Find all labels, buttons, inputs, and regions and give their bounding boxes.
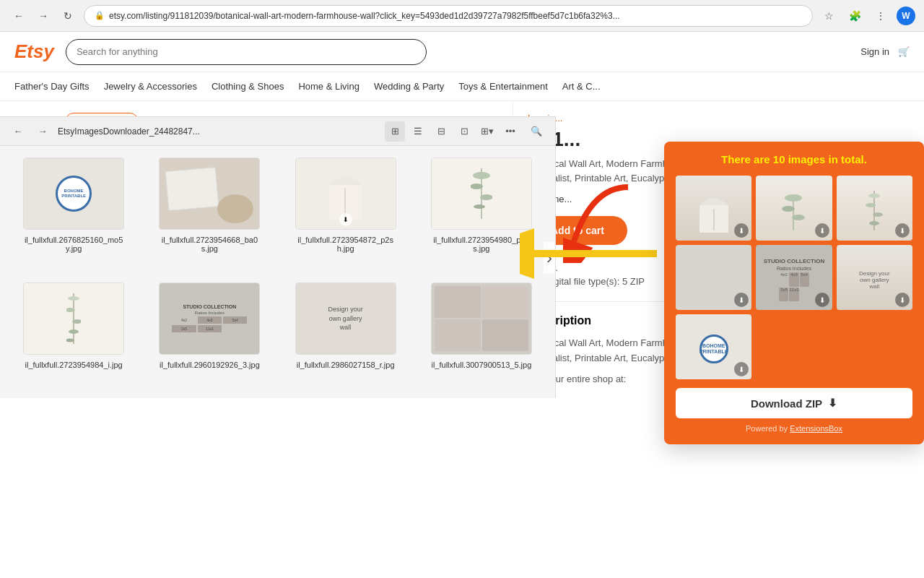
fm-columns-view-button[interactable]: ⊟ <box>431 121 451 142</box>
bookmark-button[interactable]: ☆ <box>819 6 839 26</box>
forward-button[interactable]: → <box>33 6 53 26</box>
popup-images-grid: ⬇ ⬇ <box>676 176 912 379</box>
file-name: il_fullxfull.2723954872_p2sh.jpg <box>295 236 396 253</box>
file-thumbnail <box>23 282 124 355</box>
file-item[interactable]: STUDIO COLLECTION Ratios Includes 4x2 4x… <box>147 282 271 387</box>
download-zip-icon: ⬇ <box>828 397 837 410</box>
file-item[interactable]: il_fullxfull.2723954984_i.jpg <box>12 282 136 387</box>
etsy-nav: Father's Day Gifts Jewelry & Accessories… <box>0 72 924 101</box>
file-item[interactable]: il_fullxfull.2723954980_p02s.jpg <box>419 158 544 271</box>
file-thumbnail <box>159 158 260 230</box>
profile-badge[interactable]: W <box>897 7 915 25</box>
nav-wedding[interactable]: Wedding & Party <box>374 81 444 92</box>
file-name: il_fullxfull.2723954668_ba0s.jpg <box>159 236 260 253</box>
svg-point-20 <box>782 206 795 212</box>
fm-list-view-button[interactable]: ☰ <box>408 121 428 142</box>
popup-image-7[interactable]: BOHOMEPRINTABLE ⬇ <box>676 314 751 379</box>
fm-more-button[interactable]: ••• <box>500 121 520 142</box>
nav-art[interactable]: Art & C... <box>562 81 601 92</box>
file-name: il_fullxfull.2986027158_r.jpg <box>297 361 395 369</box>
file-thumbnail: Design yourown gallerywall <box>295 282 396 355</box>
forward-arrow-button[interactable]: › <box>544 242 555 274</box>
fm-back-button[interactable]: ← <box>9 122 27 141</box>
etsy-page: Etsy Sign in 🛒 Father's Day Gifts Jewelr… <box>0 32 924 398</box>
fm-forward-button[interactable]: → <box>33 122 52 141</box>
etsy-logo[interactable]: Etsy <box>14 40 54 63</box>
download-zip-button[interactable]: Download ZIP ⬇ <box>676 388 912 418</box>
svg-point-38 <box>69 329 79 334</box>
svg-point-24 <box>866 203 876 207</box>
nav-clothing[interactable]: Clothing & Shoes <box>212 81 284 92</box>
nav-fathers-day[interactable]: Father's Day Gifts <box>14 81 90 92</box>
popup-footer: Powered by ExtensionsBox <box>676 424 912 433</box>
file-item[interactable]: ⬇ il_fullxfull.2723954872_p2sh.jpg <box>284 158 408 271</box>
refresh-button[interactable]: ↻ <box>58 6 78 26</box>
svg-point-30 <box>473 172 490 179</box>
extension-popup: There are 10 images in total. ⬇ <box>664 142 924 444</box>
etsy-header: Etsy Sign in 🛒 <box>0 32 924 72</box>
url-text: etsy.com/listing/911812039/botanical-wal… <box>109 11 620 21</box>
more-button[interactable]: ⋮ <box>871 6 891 26</box>
popup-img-download-3[interactable]: ⬇ <box>895 223 910 238</box>
extensions-box-link[interactable]: ExtensionsBox <box>790 424 842 433</box>
fm-preview-view-button[interactable]: ⊡ <box>454 121 474 142</box>
nav-jewelry[interactable]: Jewelry & Accessories <box>104 81 197 92</box>
file-manager-toolbar: ← → EtsyImagesDownloader_24482847... ⊞ ☰… <box>0 117 555 146</box>
file-thumbnail <box>431 158 532 230</box>
file-item[interactable]: Design yourown gallerywall il_fullxfull.… <box>284 282 408 387</box>
file-thumbnail: BOHOMEPRINTABLE <box>23 158 124 230</box>
nav-toys[interactable]: Toys & Entertainment <box>458 81 548 92</box>
fm-grid-view-button[interactable]: ⊞ <box>385 121 405 142</box>
fm-search-button[interactable]: 🔍 <box>526 121 546 142</box>
file-item[interactable]: il_fullxfull.3007900513_5.jpg <box>419 282 544 387</box>
sign-in-link[interactable]: Sign in <box>860 46 889 57</box>
popup-image-4[interactable]: ⬇ <box>676 245 751 310</box>
image-count: 10 <box>773 153 785 165</box>
file-grid: BOHOMEPRINTABLE il_fullxfull.2676825160_… <box>0 146 555 398</box>
svg-point-33 <box>474 204 485 209</box>
address-bar[interactable]: 🔒 etsy.com/listing/911812039/botanical-w… <box>84 5 813 27</box>
svg-point-26 <box>869 221 879 225</box>
popup-image-6[interactable]: Design your own gallery wall ⬇ <box>837 245 912 310</box>
nav-home[interactable]: Home & Living <box>298 81 359 92</box>
file-name: il_fullxfull.3007900513_5.jpg <box>431 361 531 369</box>
popup-img-download-5[interactable]: ⬇ <box>815 293 829 307</box>
popup-img-download-6[interactable]: ⬇ <box>895 293 910 307</box>
low-stock-indicator: Low in... <box>528 113 910 124</box>
file-item[interactable]: BOHOMEPRINTABLE il_fullxfull.2676825160_… <box>12 158 136 271</box>
file-item[interactable]: il_fullxfull.2723954668_ba0s.jpg <box>147 158 271 271</box>
fm-path: EtsyImagesDownloader_24482847... <box>58 126 379 137</box>
extension-button[interactable]: 🧩 <box>845 6 865 26</box>
popup-image-1[interactable]: ⬇ <box>676 176 751 241</box>
file-name: il_fullxfull.2960192926_3.jpg <box>160 361 260 369</box>
popup-image-2[interactable]: ⬇ <box>756 176 832 241</box>
popup-image-5[interactable]: STUDIO COLLECTION Ratios Includes 4x2 4x… <box>756 245 832 310</box>
file-name: il_fullxfull.2723954980_p02s.jpg <box>431 236 532 253</box>
browser-chrome: ← → ↻ 🔒 etsy.com/listing/911812039/botan… <box>0 0 924 32</box>
file-thumbnail: ⬇ <box>295 158 396 230</box>
svg-point-25 <box>873 212 883 217</box>
search-input[interactable] <box>66 39 427 65</box>
back-button[interactable]: ← <box>9 6 29 26</box>
popup-header: There are 10 images in total. <box>676 153 912 165</box>
popup-img-download-2[interactable]: ⬇ <box>815 223 829 238</box>
file-manager: ← → EtsyImagesDownloader_24482847... ⊞ ☰… <box>0 116 556 398</box>
file-thumbnail: STUDIO COLLECTION Ratios Includes 4x2 4x… <box>159 282 260 355</box>
svg-point-35 <box>68 296 79 301</box>
file-thumbnail <box>431 282 532 355</box>
popup-image-3[interactable]: ⬇ <box>837 176 912 241</box>
svg-point-21 <box>792 215 805 220</box>
fm-options-button[interactable]: ⊞▾ <box>477 121 497 142</box>
svg-point-19 <box>785 194 802 202</box>
file-name: il_fullxfull.2723954984_i.jpg <box>25 361 123 369</box>
cart-link[interactable]: 🛒 <box>898 46 910 57</box>
svg-point-23 <box>868 194 880 198</box>
file-name: il_fullxfull.2676825160_mo5y.jpg <box>23 236 124 253</box>
